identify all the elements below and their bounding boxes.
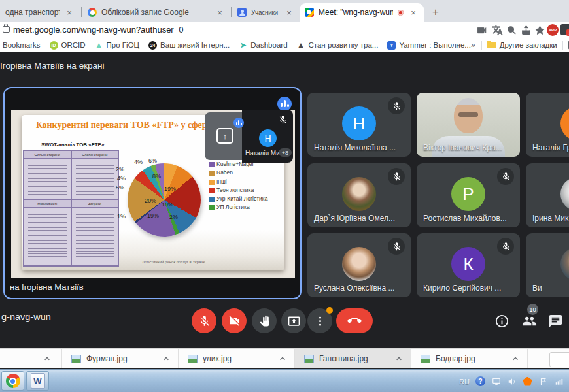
lock-icon[interactable]: [3, 26, 10, 33]
windows-taskbar: W RU ?: [0, 369, 569, 392]
pie-label: 5%: [116, 184, 124, 191]
participant-name: Дар`я Юріївна Омел...: [314, 214, 395, 223]
mic-off-icon: [388, 238, 405, 255]
legend-label: УП Логістика: [216, 204, 250, 211]
network-signal-icon[interactable]: [554, 376, 564, 386]
pie-label: 2%: [169, 214, 178, 220]
help-icon[interactable]: ?: [475, 376, 485, 386]
download-filename: Боднар.jpg: [436, 354, 505, 363]
close-icon[interactable]: ×: [64, 7, 75, 18]
participant-name: Ростислав Михайлов...: [423, 214, 507, 223]
zoom-icon[interactable]: [506, 25, 517, 36]
taskbar-word-button[interactable]: W: [26, 371, 49, 391]
action-center-flag-icon[interactable]: [538, 376, 548, 386]
chevron-up-icon[interactable]: [510, 353, 521, 364]
volume-icon[interactable]: [507, 376, 517, 386]
avatar: Н: [342, 106, 376, 140]
bookmark-star-icon[interactable]: [534, 25, 545, 36]
download-item[interactable]: Боднар.jpg: [411, 349, 528, 368]
translate-icon[interactable]: [492, 25, 503, 36]
present-arrow-icon: ↑: [216, 128, 233, 144]
triangle-icon: ▲: [95, 41, 103, 50]
camera-toggle-button[interactable]: [222, 308, 247, 333]
self-tile[interactable]: Ви: [526, 233, 569, 297]
audio-indicator-icon: [277, 97, 292, 111]
participant-tile[interactable]: Р Ростислав Михайлов...: [417, 163, 520, 227]
close-icon[interactable]: ×: [284, 7, 294, 18]
paper-plane-icon: ➤: [239, 41, 247, 50]
participant-tile[interactable]: К Кирило Сергійович ...: [417, 233, 520, 297]
display-icon[interactable]: [491, 376, 501, 386]
divider: [562, 41, 563, 50]
pie-label: 19%: [164, 186, 176, 192]
participant-tile[interactable]: Дар`я Юріївна Омел...: [307, 163, 411, 227]
participant-tile[interactable]: Ірина Мик: [526, 163, 569, 227]
mic-toggle-button[interactable]: [192, 308, 216, 333]
avatar: К: [451, 247, 485, 281]
tab-strip: одна транспортн × Обліковий запис Google…: [0, 0, 569, 22]
bookmark-bookmarks[interactable]: Bookmarks: [3, 41, 41, 49]
tab-transport[interactable]: одна транспортн ×: [0, 3, 80, 22]
download-item[interactable]: Фурман.jpg: [62, 349, 179, 368]
participants-button[interactable]: [522, 314, 537, 329]
participant-tile[interactable]: Руслана Олексіївна ...: [307, 233, 411, 297]
download-item-highlighted[interactable]: Ганошина.jpg: [295, 349, 411, 368]
bookmark-internet[interactable]: 24Ваш живий Інтерн...: [148, 41, 230, 50]
triangle-icon: ▲: [297, 41, 305, 50]
pie-chart-area: 2% 4% 6% 4% 8% 5% 19% 20% 10% 1% 19% 2%: [128, 163, 201, 237]
bookmark-transport-state[interactable]: ▲Стан розвитку тра...: [297, 41, 379, 50]
bookmark-dashboard[interactable]: ➤Dashboard: [239, 41, 287, 50]
taskbar-chrome-button[interactable]: [1, 371, 24, 391]
chevron-up-icon[interactable]: [42, 353, 52, 364]
meeting-details-button[interactable]: [494, 314, 509, 329]
new-tab-button[interactable]: +: [427, 4, 444, 21]
chevron-up-icon[interactable]: [394, 353, 404, 364]
downloads-close-button[interactable]: [549, 352, 569, 367]
bookmark-label: ORCID: [61, 41, 86, 49]
slide-caption: Логістичний ринок послуг в Україні: [120, 260, 228, 264]
participant-tile[interactable]: Наталія Гр: [526, 93, 569, 157]
avast-icon[interactable]: [523, 376, 532, 386]
bookmarks-overflow-button[interactable]: »: [471, 41, 476, 50]
yammer-icon: Y: [387, 41, 396, 50]
share-icon[interactable]: [521, 25, 532, 36]
chevron-up-icon[interactable]: [161, 353, 171, 364]
image-file-icon: [304, 355, 314, 363]
end-call-button[interactable]: [336, 308, 373, 333]
adblock-plus-icon[interactable]: ABP: [547, 24, 559, 36]
chat-button[interactable]: [548, 314, 563, 329]
legend-item: Укр-Китай Логістика: [209, 196, 283, 203]
other-bookmarks-button[interactable]: Другие закладки: [487, 41, 557, 49]
notification-dot: [326, 307, 333, 314]
tab-meet-active[interactable]: Meet: "wng-navg-wun" ×: [300, 3, 424, 22]
swot-cell: [71, 208, 119, 266]
pie-label: 20%: [145, 197, 156, 204]
participant-tile[interactable]: Віктор Іванович Кра...: [417, 93, 520, 157]
download-filename: Ганошина.jpg: [319, 354, 388, 363]
close-icon[interactable]: ×: [408, 7, 419, 18]
legend-swatch: [209, 171, 215, 176]
participant-tile[interactable]: Н Наталія Миколаївна ...: [307, 93, 411, 157]
chevron-up-icon[interactable]: [277, 353, 288, 364]
swot-cell: [24, 159, 71, 199]
present-screen-button[interactable]: [281, 308, 306, 333]
bookmark-label: Yammer : Выполне...: [399, 41, 471, 49]
pie-label: 1%: [117, 213, 126, 220]
bookmark-giots[interactable]: ▲Про ГіОЦ: [95, 41, 140, 50]
meet-app: Ігорівна Матвіїв на екрані Конкурентні п…: [0, 52, 569, 348]
raise-hand-button[interactable]: [252, 308, 277, 333]
bookmark-yammer[interactable]: YYammer : Выполне...: [387, 41, 471, 50]
close-icon[interactable]: ×: [215, 7, 225, 18]
tab-google-account[interactable]: Обліковий запис Google ×: [82, 3, 230, 22]
participant-name: Руслана Олексіївна ...: [314, 284, 394, 293]
tab-course-members[interactable]: Учасники курсу "Допуск до зах ×: [232, 3, 300, 22]
download-item[interactable]: улик.jpg: [179, 349, 295, 368]
language-indicator[interactable]: RU: [459, 378, 470, 385]
download-item-partial[interactable]: [0, 349, 62, 368]
bookmark-orcid[interactable]: iDORCID: [50, 41, 86, 50]
address-bar[interactable]: meet.google.com/wng-navg-wun?authuser=0: [13, 25, 184, 35]
media-camera-icon[interactable]: [476, 25, 487, 36]
orcid-icon: iD: [50, 41, 58, 50]
pip-overlay[interactable]: ↑ Н Наталія Ми +8: [205, 110, 293, 163]
bookmark-label: Ваш живий Інтерн...: [160, 41, 230, 49]
